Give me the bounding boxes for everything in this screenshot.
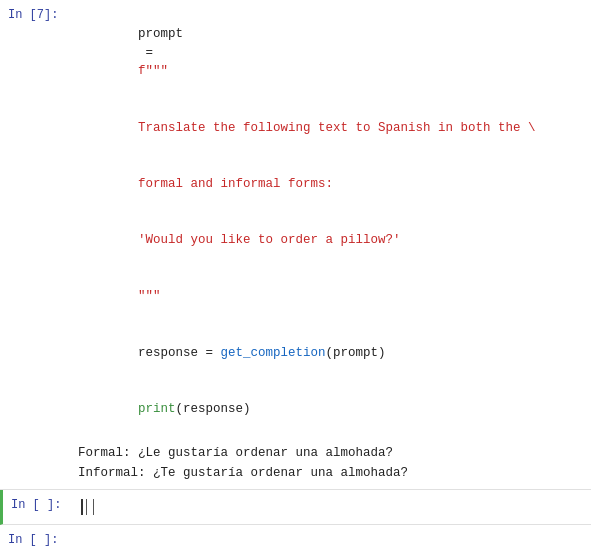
code-line-response: response = get_completion(prompt) xyxy=(78,325,583,381)
cell-empty-1[interactable]: In [ ]: xyxy=(0,525,591,549)
cell-active[interactable]: In [ ]: xyxy=(0,490,591,525)
cell-7-label: In [7]: xyxy=(0,0,70,489)
notebook-container: In [7]: prompt = f""" Translate the foll… xyxy=(0,0,591,549)
cell-7-content: prompt = f""" Translate the following te… xyxy=(70,0,591,489)
cursor-area xyxy=(81,496,583,518)
cell-7-output: Formal: ¿Le gustaría ordenar una almohad… xyxy=(78,443,583,483)
cell-7: In [7]: prompt = f""" Translate the foll… xyxy=(0,0,591,490)
output-informal: Informal: ¿Te gustaría ordenar una almoh… xyxy=(78,463,583,483)
i-beam-cursor xyxy=(86,499,94,515)
code-line-4: 'Would you like to order a pillow?' xyxy=(78,212,583,268)
code-fstring-open: f""" xyxy=(138,64,168,78)
code-fstring-close: """ xyxy=(138,289,161,303)
code-line-3: formal and informal forms: xyxy=(78,156,583,212)
code-line-print: print(response) xyxy=(78,381,583,437)
cell-active-input[interactable] xyxy=(73,490,591,524)
code-line-2: Translate the following text to Spanish … xyxy=(78,100,583,156)
code-line-1: prompt = f""" xyxy=(78,6,583,100)
cell-empty-1-label: In [ ]: xyxy=(0,525,70,549)
code-line-5: """ xyxy=(78,269,583,325)
cursor-bar xyxy=(81,499,83,515)
cell-empty-1-input[interactable] xyxy=(70,525,591,549)
code-var-prompt: prompt xyxy=(138,27,183,41)
cell-active-label: In [ ]: xyxy=(3,490,73,524)
output-formal: Formal: ¿Le gustaría ordenar una almohad… xyxy=(78,443,583,463)
